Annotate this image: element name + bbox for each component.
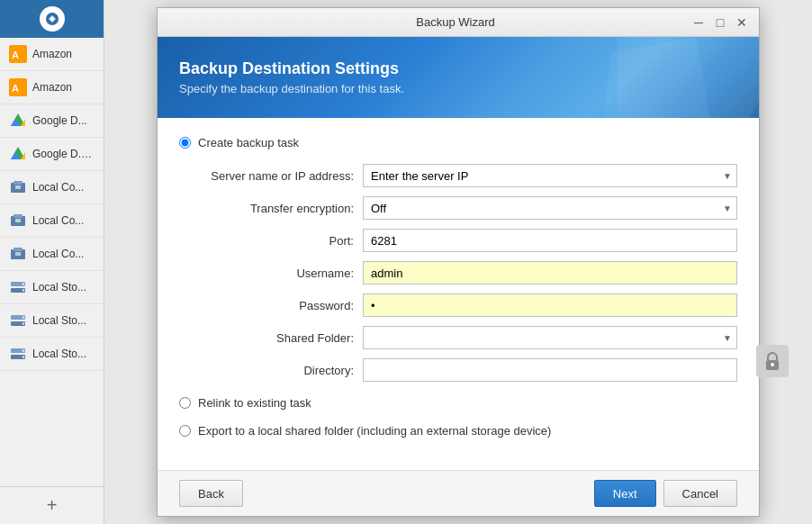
svg-point-1: [50, 17, 54, 21]
sidebar-item-label: Amazon: [32, 81, 72, 94]
sidebar-item-localsto3[interactable]: Local Sto...: [0, 338, 104, 371]
next-button[interactable]: Next: [594, 480, 656, 507]
sidebar-item-amazon1[interactable]: A Amazon: [0, 38, 104, 71]
lock-icon: [764, 352, 780, 370]
googledrive-icon: [9, 145, 27, 163]
footer-right: Next Cancel: [594, 480, 737, 507]
svg-point-27: [23, 316, 24, 318]
svg-point-31: [23, 349, 24, 351]
sidebar-item-label: Local Co...: [32, 248, 84, 260]
storage-icon: [9, 278, 27, 296]
maximize-button[interactable]: □: [712, 14, 728, 31]
sidebar-item-localsto1[interactable]: Local Sto...: [0, 271, 104, 304]
shared-folder-select[interactable]: [363, 326, 737, 349]
directory-label: Directory:: [201, 364, 354, 377]
svg-text:A: A: [12, 83, 19, 94]
port-label: Port:: [201, 234, 354, 248]
amazon-icon: A: [9, 45, 27, 63]
username-control: [363, 261, 737, 285]
dialog-overlay: Backup Wizard ─ □ ✕ Backup Destination S…: [104, 0, 812, 524]
transfer-select-wrapper: Off On ▼: [363, 196, 737, 220]
dialog-title: Backup Wizard: [221, 15, 690, 29]
sidebar-item-google2[interactable]: Google D... test: [0, 138, 104, 171]
server-row: Server name or IP address: Enter the ser…: [201, 164, 737, 187]
svg-rect-14: [15, 185, 21, 189]
server-select-wrapper: Enter the server IP ▼: [363, 164, 737, 187]
storage-icon: [9, 312, 27, 330]
add-button[interactable]: +: [0, 486, 104, 524]
create-backup-radio[interactable]: [179, 137, 191, 149]
sidebar-item-label: Local Co...: [32, 181, 84, 194]
svg-rect-13: [14, 181, 23, 185]
footer-left: Back: [179, 480, 243, 507]
backup-wizard-dialog: Backup Wizard ─ □ ✕ Backup Destination S…: [157, 7, 760, 517]
create-backup-label: Create backup task: [198, 136, 299, 149]
sidebar-item-amazon2[interactable]: A Amazon: [0, 71, 104, 104]
sidebar-item-label: Local Sto...: [32, 281, 86, 294]
dialog-banner: Backup Destination Settings Specify the …: [158, 37, 759, 118]
create-backup-option[interactable]: Create backup task: [179, 136, 737, 149]
cancel-button[interactable]: Cancel: [663, 480, 737, 507]
svg-point-34: [771, 363, 774, 366]
plus-icon: +: [47, 495, 58, 516]
password-label: Password:: [201, 299, 354, 312]
app-icon: [40, 6, 65, 32]
transfer-control: Off On ▼: [363, 196, 737, 220]
sidebar-item-google1[interactable]: Google D...: [0, 104, 104, 138]
password-row: Password:: [201, 294, 737, 317]
banner-title: Backup Destination Settings: [179, 59, 737, 78]
shared-folder-label: Shared Folder:: [201, 331, 354, 345]
banner-subtitle: Specify the backup destination for this …: [179, 82, 737, 95]
sidebar-item-localco3[interactable]: Local Co...: [0, 238, 104, 271]
export-option[interactable]: Export to a local shared folder (includi…: [179, 424, 737, 438]
back-button[interactable]: Back: [179, 480, 243, 507]
dialog-footer: Back Next Cancel: [158, 470, 759, 516]
dialog-titlebar: Backup Wizard ─ □ ✕: [158, 8, 759, 37]
svg-rect-19: [14, 248, 23, 251]
username-row: Username:: [201, 261, 737, 285]
relink-label: Relink to existing task: [198, 396, 311, 410]
dialog-body: Create backup task Server name or IP add…: [158, 118, 759, 470]
sidebar-item-localco2[interactable]: Local Co...: [0, 204, 104, 238]
sidebar-item-label: Amazon: [32, 48, 72, 60]
svg-rect-17: [15, 219, 21, 222]
local-icon: [9, 245, 27, 263]
sidebar-header: [0, 0, 104, 38]
sidebar-item-label: Local Sto...: [32, 314, 86, 327]
directory-input[interactable]: [363, 358, 737, 382]
svg-rect-20: [15, 252, 21, 256]
sidebar-item-localco1[interactable]: Local Co...: [0, 171, 104, 204]
port-control: [363, 229, 737, 252]
relink-option[interactable]: Relink to existing task: [179, 396, 737, 410]
main-area: Backup Wizard ─ □ ✕ Backup Destination S…: [104, 0, 812, 524]
transfer-select[interactable]: Off On: [363, 196, 737, 220]
export-local-radio[interactable]: [179, 425, 191, 437]
transfer-row: Transfer encryption: Off On ▼: [201, 196, 737, 220]
username-input[interactable]: [363, 261, 737, 285]
amazon-icon: A: [9, 78, 27, 96]
sidebar: A Amazon A Amazon Google D...: [0, 0, 104, 524]
svg-point-24: [23, 289, 24, 291]
shared-folder-control: ▼: [363, 326, 737, 349]
directory-row: Directory:: [201, 358, 737, 382]
svg-rect-16: [14, 214, 23, 218]
form-section: Server name or IP address: Enter the ser…: [201, 164, 737, 382]
password-input[interactable]: [363, 294, 737, 317]
server-label: Server name or IP address:: [201, 169, 354, 183]
server-select[interactable]: Enter the server IP: [363, 164, 737, 187]
local-icon: [9, 178, 27, 196]
googledrive-icon: [9, 112, 27, 130]
directory-control: [363, 358, 737, 382]
minimize-button[interactable]: ─: [690, 14, 707, 31]
relink-radio[interactable]: [179, 397, 191, 409]
server-control: Enter the server IP ▼: [363, 164, 737, 187]
svg-point-32: [23, 356, 24, 357]
port-input[interactable]: [363, 229, 737, 252]
sidebar-item-localsto2[interactable]: Local Sto...: [0, 304, 104, 338]
lock-button[interactable]: [756, 345, 789, 377]
right-panel: [733, 0, 812, 524]
sidebar-item-label: Google D... test: [32, 148, 95, 160]
export-local-label: Export to a local shared folder (includi…: [198, 424, 551, 438]
storage-icon: [9, 345, 27, 363]
local-icon: [9, 212, 27, 230]
